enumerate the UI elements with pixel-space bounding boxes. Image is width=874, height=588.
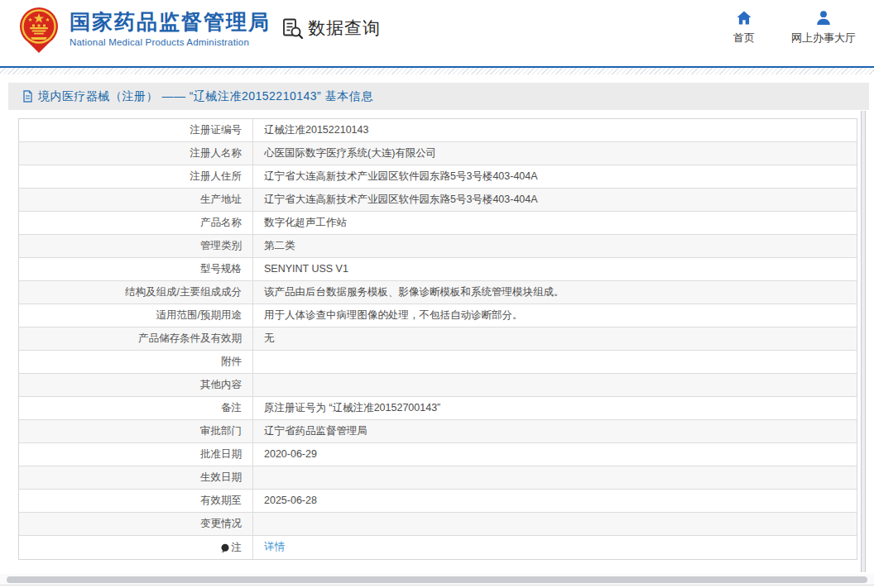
field-value: 心医国际数字医疗系统(大连)有限公司 bbox=[253, 142, 857, 165]
data-query-section[interactable]: 数据查询 bbox=[281, 17, 381, 40]
detail-table: 注册证编号辽械注准20152210143注册人名称心医国际数字医疗系统(大连)有… bbox=[18, 118, 857, 560]
field-label: 产品储存条件及有效期 bbox=[19, 327, 253, 350]
table-row: 注册人名称心医国际数字医疗系统(大连)有限公司 bbox=[19, 142, 857, 165]
field-label: 注 bbox=[19, 536, 253, 559]
site-header: 国家药品监督管理局 National Medical Products Admi… bbox=[0, 0, 874, 66]
field-label: 其他内容 bbox=[19, 374, 253, 396]
field-label-text: 管理类别 bbox=[200, 235, 242, 257]
field-value: 用于人体诊查中病理图像的处理，不包括自动诊断部分。 bbox=[253, 304, 857, 327]
field-label-text: 生效日期 bbox=[200, 466, 242, 489]
breadcrumb: 境内医疗器械（注册） —— “辽械注准20152210143” 基本信息 bbox=[8, 83, 869, 110]
field-label-text: 变更情况 bbox=[200, 513, 242, 535]
nav-service-hall-label: 网上办事大厅 bbox=[791, 31, 856, 45]
horizontal-scrollbar-thumb[interactable] bbox=[7, 576, 867, 583]
field-label-text: 结构及组成/主要组成成分 bbox=[125, 281, 242, 304]
table-row: 注册人住所辽宁省大连高新技术产业园区软件园东路5号3号楼403-404A bbox=[19, 165, 857, 189]
field-label-text: 产品名称 bbox=[200, 212, 242, 234]
field-label: 注册人名称 bbox=[19, 142, 253, 165]
table-row: 生效日期 bbox=[19, 466, 857, 490]
field-value: 辽械注准20152210143 bbox=[253, 119, 857, 141]
table-row: 适用范围/预期用途用于人体诊查中病理图像的处理，不包括自动诊断部分。 bbox=[19, 304, 857, 327]
field-label-text: 审批部门 bbox=[200, 420, 242, 442]
hatch-strip bbox=[0, 68, 874, 74]
field-value bbox=[253, 351, 857, 373]
table-row: 附件 bbox=[19, 351, 857, 374]
field-value: 辽宁省大连高新技术产业园区软件园东路5号3号楼403-404A bbox=[253, 165, 857, 188]
field-label: 注册人住所 bbox=[19, 165, 253, 188]
field-label-text: 注册人住所 bbox=[190, 165, 243, 188]
page-icon bbox=[22, 90, 33, 103]
brand-logo-block[interactable]: 国家药品监督管理局 National Medical Products Admi… bbox=[17, 6, 271, 54]
field-value: 第二类 bbox=[253, 235, 857, 257]
field-label-text: 注册证编号 bbox=[190, 119, 243, 141]
table-row: 注册证编号辽械注准20152210143 bbox=[19, 119, 857, 142]
field-value: 原注册证号为 “辽械注准20152700143” bbox=[253, 397, 857, 419]
field-label: 生产地址 bbox=[19, 189, 253, 211]
details-link[interactable]: 详情 bbox=[264, 541, 285, 552]
field-value bbox=[253, 374, 857, 396]
field-label-text: 生产地址 bbox=[200, 189, 242, 211]
field-label: 产品名称 bbox=[19, 212, 253, 234]
table-row: 注详情 bbox=[19, 536, 857, 559]
field-label-text: 注 bbox=[232, 537, 243, 559]
field-label-text: 其他内容 bbox=[200, 374, 242, 396]
table-row: 结构及组成/主要组成成分该产品由后台数据服务模板、影像诊断模板和系统管理模块组成… bbox=[19, 281, 857, 304]
nav-service-hall[interactable]: 网上办事大厅 bbox=[791, 10, 856, 45]
brand-text: 国家药品监督管理局 National Medical Products Admi… bbox=[70, 6, 271, 47]
field-label-text: 适用范围/预期用途 bbox=[156, 304, 242, 327]
table-row: 变更情况 bbox=[19, 513, 857, 536]
vertical-scrollbar[interactable] bbox=[861, 111, 866, 572]
field-label: 适用范围/预期用途 bbox=[19, 304, 253, 327]
field-label: 备注 bbox=[19, 397, 253, 419]
page-title: 境内医疗器械（注册） —— “辽械注准20152210143” 基本信息 bbox=[38, 89, 373, 104]
field-label-text: 批准日期 bbox=[200, 443, 242, 466]
field-value: 详情 bbox=[253, 536, 857, 559]
field-value bbox=[253, 466, 857, 489]
table-row: 审批部门辽宁省药品监督管理局 bbox=[19, 420, 857, 443]
field-label: 结构及组成/主要组成成分 bbox=[19, 281, 253, 304]
site-subtitle: National Medical Products Administration bbox=[70, 37, 271, 47]
horizontal-scrollbar-track[interactable] bbox=[0, 574, 874, 586]
field-label-text: 注册人名称 bbox=[190, 142, 243, 165]
field-label: 附件 bbox=[19, 351, 253, 373]
note-icon bbox=[220, 543, 230, 553]
field-label: 变更情况 bbox=[19, 513, 253, 535]
table-row: 型号规格SENYINT USS V1 bbox=[19, 258, 857, 281]
field-label-text: 附件 bbox=[221, 351, 242, 373]
field-value: 数字化超声工作站 bbox=[253, 212, 857, 234]
nav-home[interactable]: 首页 bbox=[733, 10, 755, 45]
nav-home-label: 首页 bbox=[733, 31, 755, 45]
field-value: 无 bbox=[253, 327, 857, 350]
field-label: 审批部门 bbox=[19, 420, 253, 442]
field-label: 型号规格 bbox=[19, 258, 253, 280]
field-label-text: 产品储存条件及有效期 bbox=[138, 327, 242, 350]
field-label: 批准日期 bbox=[19, 443, 253, 466]
field-value: 辽宁省药品监督管理局 bbox=[253, 420, 857, 442]
user-icon bbox=[815, 10, 832, 26]
table-row: 备注原注册证号为 “辽械注准20152700143” bbox=[19, 397, 857, 420]
home-icon bbox=[736, 10, 752, 26]
field-value: 辽宁省大连高新技术产业园区软件园东路5号3号楼403-404A bbox=[253, 189, 857, 211]
data-query-label: 数据查询 bbox=[308, 17, 381, 40]
table-row: 产品名称数字化超声工作站 bbox=[19, 212, 857, 235]
site-title: 国家药品监督管理局 bbox=[70, 10, 271, 34]
field-label-text: 备注 bbox=[221, 397, 242, 419]
national-emblem-logo bbox=[17, 6, 61, 54]
field-value: SENYINT USS V1 bbox=[253, 258, 857, 280]
field-label: 有效期至 bbox=[19, 490, 253, 512]
top-nav: 首页 网上办事大厅 bbox=[733, 10, 856, 45]
field-label: 注册证编号 bbox=[19, 119, 253, 141]
field-label-text: 型号规格 bbox=[200, 258, 242, 280]
bottom-divider bbox=[0, 585, 874, 586]
table-row: 管理类别第二类 bbox=[19, 235, 857, 258]
field-value bbox=[253, 513, 857, 535]
table-row: 生产地址辽宁省大连高新技术产业园区软件园东路5号3号楼403-404A bbox=[19, 189, 857, 212]
page: 国家药品监督管理局 National Medical Products Admi… bbox=[0, 0, 874, 588]
field-value: 该产品由后台数据服务模板、影像诊断模板和系统管理模块组成。 bbox=[253, 281, 857, 304]
field-value: 2020-06-29 bbox=[253, 443, 857, 466]
table-row: 有效期至2025-06-28 bbox=[19, 490, 857, 513]
field-label-text: 有效期至 bbox=[200, 490, 242, 512]
table-row: 产品储存条件及有效期无 bbox=[19, 327, 857, 351]
document-search-icon bbox=[281, 17, 304, 40]
field-label: 管理类别 bbox=[19, 235, 253, 257]
